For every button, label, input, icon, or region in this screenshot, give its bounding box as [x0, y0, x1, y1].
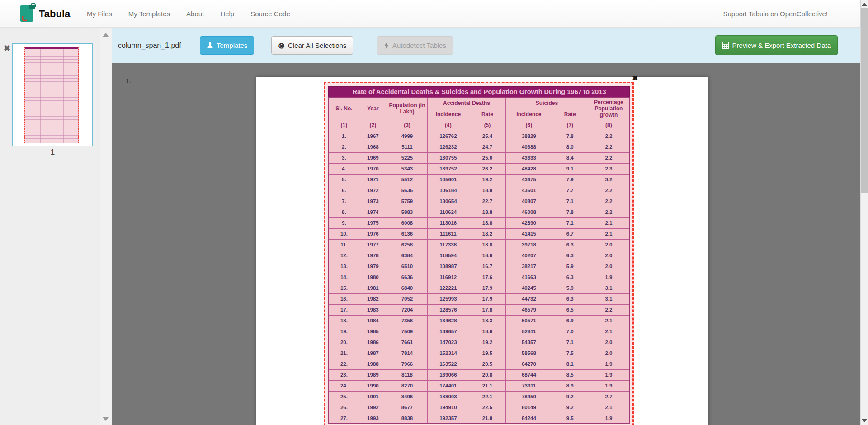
table-cell: 1992 — [359, 402, 387, 413]
remove-page-icon[interactable]: ✖ — [4, 44, 10, 52]
col-header-percentage-growth: Percentage Population growth — [588, 97, 630, 120]
thumbnail-table-title-bar — [25, 47, 78, 49]
scrollbar-thumb[interactable] — [861, 8, 868, 193]
table-cell: 7661 — [387, 337, 428, 348]
table-cell: 2.1 — [588, 217, 630, 228]
table-cell: 18.6 — [469, 250, 505, 261]
autodetect-tables-button[interactable]: Autodetect Tables — [377, 36, 453, 55]
clear-all-selections-button[interactable]: ⊗ Clear All Selections — [271, 36, 353, 55]
table-cell: 7052 — [387, 293, 428, 304]
brand-title[interactable]: Tabula — [39, 0, 70, 28]
nav-help[interactable]: Help — [220, 10, 234, 18]
table-cell: 3.2 — [588, 174, 630, 185]
window-scrollbar[interactable] — [860, 0, 868, 425]
table-row: 3.1969522513075525.0436338.42.2 — [329, 152, 630, 163]
table-cell: 126232 — [427, 142, 469, 152]
table-cell: 2.2 — [588, 196, 630, 207]
col-header-ad-rate: Rate — [469, 109, 505, 120]
table-cell: 1989 — [359, 369, 387, 380]
table-cell: 12. — [329, 250, 359, 261]
nav-source-code[interactable]: Source Code — [250, 10, 290, 18]
table-cell: 43675 — [506, 174, 552, 185]
thumbnail-page-number: 1 — [12, 148, 93, 157]
support-link[interactable]: Support Tabula on OpenCollective! — [723, 0, 828, 28]
tabula-logo-icon[interactable] — [20, 5, 35, 23]
table-cell: 1968 — [359, 142, 387, 152]
table-cell: 2.2 — [588, 304, 630, 315]
table-cell: 5635 — [387, 185, 428, 196]
column-index-cell: (2) — [359, 120, 387, 131]
table-cell: 41663 — [506, 272, 552, 283]
sidebar-scroll-track[interactable] — [100, 28, 112, 425]
table-row: 1.1967499912676225.4388297.82.2 — [329, 131, 630, 142]
table-cell: 40807 — [506, 196, 552, 207]
nav-my-files[interactable]: My Files — [87, 10, 112, 18]
table-cell: 40207 — [506, 250, 552, 261]
table-cell: 8838 — [387, 413, 428, 424]
col-header-s-incidence: Incidence — [506, 109, 552, 120]
table-row: 27.1993883819235721.8842449.51.9 — [329, 413, 630, 424]
table-cell: 20.8 — [469, 369, 505, 380]
table-cell: 68744 — [506, 369, 552, 380]
table-cell: 5.9 — [552, 283, 588, 293]
pdf-swirl-shape — [22, 15, 28, 21]
table-cell: 1990 — [359, 380, 387, 391]
table-cell: 2.2 — [588, 131, 630, 142]
table-cell: 105601 — [427, 174, 469, 185]
table-cell: 2.0 — [588, 239, 630, 250]
table-cell: 7814 — [387, 348, 428, 359]
table-cell: 174401 — [427, 380, 469, 391]
nav-about[interactable]: About — [186, 10, 204, 18]
table-cell: 1.9 — [588, 413, 630, 424]
selection-close-icon[interactable]: ✖ — [632, 74, 638, 82]
table-cell: 1991 — [359, 391, 387, 402]
table-cell: 1984 — [359, 315, 387, 326]
scrollbar-down-icon[interactable] — [862, 419, 867, 422]
table-cell: 18. — [329, 315, 359, 326]
table-cell: 2.1 — [588, 315, 630, 326]
column-index-cell: (5) — [469, 120, 505, 131]
table-cell: 6.3 — [552, 250, 588, 261]
table-cell: 6.3 — [552, 293, 588, 304]
table-cell: 1988 — [359, 359, 387, 369]
table-cell: 1.9 — [588, 380, 630, 391]
table-row: 26.1992867719491022.5801499.22.1 — [329, 402, 630, 413]
table-cell: 110624 — [427, 207, 469, 217]
sidebar-scroll-up-icon[interactable] — [103, 33, 109, 37]
table-row: 14.1980663611691217.6416636.31.9 — [329, 272, 630, 283]
sidebar-scroll-down-icon[interactable] — [103, 417, 109, 421]
nav-my-templates[interactable]: My Templates — [128, 10, 170, 18]
table-cell: 147023 — [427, 337, 469, 348]
table-cell: 7.7 — [552, 185, 588, 196]
preview-export-button[interactable]: Preview & Export Extracted Data — [715, 35, 838, 55]
table-cell: 25.0 — [469, 152, 505, 163]
table-cell: 21. — [329, 348, 359, 359]
table-cell: 24.7 — [469, 142, 505, 152]
table-cell: 1972 — [359, 185, 387, 196]
table-cell: 8. — [329, 207, 359, 217]
table-cell: 134628 — [427, 315, 469, 326]
table-cell: 2.0 — [588, 337, 630, 348]
toolbar: column_span_1.pdf Templates ⊗ Clear All … — [112, 28, 860, 63]
table-cell: 73911 — [506, 380, 552, 391]
scrollbar-up-icon[interactable] — [862, 3, 867, 6]
table-cell: 5759 — [387, 196, 428, 207]
table-cell: 6.5 — [552, 304, 588, 315]
table-cell: 26.2 — [469, 163, 505, 174]
table-cell: 25.4 — [469, 131, 505, 142]
pdf-page[interactable]: ✖ Rate of Accidental Deaths & Suicides a… — [256, 77, 708, 425]
table-cell: 125993 — [427, 293, 469, 304]
table-cell: 7.8 — [552, 131, 588, 142]
table-cell: 2.0 — [588, 261, 630, 272]
table-cell: 43601 — [506, 185, 552, 196]
table-selection-region[interactable]: ✖ Rate of Accidental Deaths & Suicides a… — [324, 82, 634, 425]
table-cell: 113016 — [427, 217, 469, 228]
table-cell: 38829 — [506, 131, 552, 142]
templates-button[interactable]: Templates — [200, 36, 254, 55]
table-cell: 19.2 — [469, 337, 505, 348]
page-thumbnail[interactable]: ✖ — [12, 43, 93, 146]
table-cell: 5225 — [387, 152, 428, 163]
table-cell: 7.1 — [552, 217, 588, 228]
table-cell: 52811 — [506, 326, 552, 337]
col-header-ad-incidence: Incidence — [427, 109, 469, 120]
